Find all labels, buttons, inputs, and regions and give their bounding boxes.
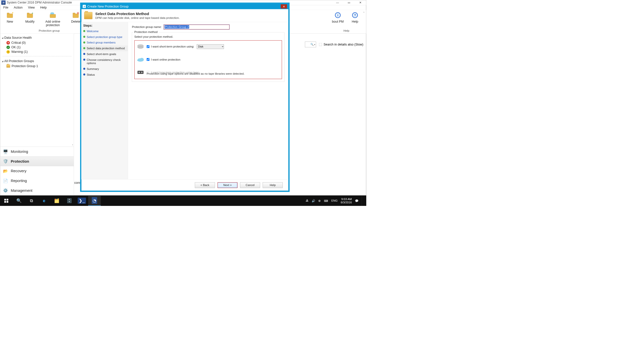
menu-help[interactable]: Help <box>38 5 48 10</box>
tray-language[interactable]: ENG <box>331 199 338 202</box>
menu-file[interactable]: File <box>2 5 10 10</box>
ie-icon: e <box>43 198 45 203</box>
health-warning-label: Warning (1) <box>11 50 28 54</box>
start-button[interactable] <box>0 195 13 206</box>
step-welcome[interactable]: Welcome <box>81 28 128 34</box>
group-name-input[interactable] <box>164 25 230 29</box>
ribbon-add-online-button[interactable]: Add online protection <box>41 11 64 29</box>
svg-point-27 <box>141 72 143 73</box>
svg-marker-2 <box>12 12 13 14</box>
protection-icon: 🛡️ <box>3 159 8 164</box>
tree-groups-header[interactable]: All Protection Groups <box>1 58 73 64</box>
taskbar-explorer[interactable]: 🗂️ <box>50 195 63 206</box>
disk-icon <box>137 43 144 50</box>
step-members[interactable]: Select group members <box>81 40 128 46</box>
main-close-button[interactable]: ✕ <box>355 0 366 5</box>
menu-view[interactable]: View <box>26 5 36 10</box>
online-cb-input[interactable] <box>147 58 149 61</box>
tray-keyboard-icon[interactable]: ⌨ <box>324 199 328 202</box>
short-term-checkbox[interactable]: I want short-term protection using: <box>147 45 194 48</box>
ribbon-modify-button[interactable]: + Modify <box>21 11 38 29</box>
search-details-label: Search in details also (Slow) <box>324 42 363 46</box>
ribbon-help-group-label: Help <box>343 29 349 33</box>
wizard-content: Protection group name: Protection Group … <box>128 22 288 179</box>
ribbon-add-online-label: Add online protection <box>41 20 64 27</box>
ribbon-collapse-chevron[interactable]: ˄ <box>363 11 366 33</box>
leftnav-collapse-chevron[interactable]: ‹ <box>0 143 74 147</box>
health-ok[interactable]: ✓ OK (1) <box>1 45 73 50</box>
next-button[interactable]: Next > <box>218 182 238 188</box>
dialog-titlebar: ◔ Create New Protection Group ✕ <box>81 4 289 9</box>
tray-clock[interactable]: 9:03 AM 8/3/2016 <box>341 197 352 204</box>
menu-action[interactable]: Action <box>12 5 24 10</box>
taskview-button[interactable]: ⧉ <box>25 195 38 206</box>
tray-volume-icon[interactable]: 🔊 <box>312 199 315 202</box>
protection-method-instr: Select your protection method. <box>134 35 282 38</box>
ribbon-modify-label: Modify <box>25 20 34 23</box>
wunder-recovery[interactable]: 📂 Recovery <box>0 166 74 176</box>
search-details-checkbox[interactable]: Search in details also (Slow) <box>319 42 363 46</box>
tree-group-1[interactable]: Protection Group 1 <box>1 64 73 68</box>
ribbon-new-button[interactable]: New <box>1 11 18 29</box>
server-icon: 🗄️ <box>67 198 72 203</box>
wunder-monitoring[interactable]: 🖥️ Monitoring <box>0 147 74 157</box>
app-icon: ◔ <box>1 1 6 5</box>
tray-network-icon[interactable]: 🖧 <box>306 199 308 202</box>
taskbar-powershell[interactable]: ❯_ <box>75 195 88 206</box>
taskbar-server-manager[interactable]: 🗄️ <box>63 195 75 206</box>
create-protection-group-dialog: ◔ Create New Protection Group ✕ Select D… <box>80 3 290 192</box>
svg-rect-7 <box>50 14 56 18</box>
taskview-icon: ⧉ <box>30 198 33 203</box>
online-checkbox[interactable]: I want online protection <box>147 58 180 61</box>
health-warning[interactable]: ! Warning (1) <box>1 50 73 54</box>
dialog-icon: ◔ <box>83 5 86 8</box>
svg-rect-1 <box>7 13 9 14</box>
main-minimize-button[interactable]: — <box>332 0 343 5</box>
dialog-header-subtitle: DPM can help provide disk, online and ta… <box>95 16 180 19</box>
dialog-header-icon <box>84 12 92 19</box>
wunderbar: 🖥️ Monitoring 🛡️ Protection 📂 Recovery 📄… <box>0 147 74 195</box>
svg-text:+: + <box>32 12 33 15</box>
dialog-close-button[interactable]: ✕ <box>281 4 287 9</box>
critical-icon: ✕ <box>7 41 10 44</box>
wunder-reporting[interactable]: 📄 Reporting <box>0 176 74 186</box>
tree-health-header[interactable]: Data Source Health <box>1 35 73 40</box>
taskbar-dpm[interactable]: ◔ <box>88 195 101 206</box>
group-name-label: Protection group name: <box>132 25 162 29</box>
wunder-protection[interactable]: 🛡️ Protection <box>0 156 74 166</box>
tray-time: 9:03 AM <box>341 197 352 201</box>
ribbon-about-button[interactable]: i bout PM <box>331 11 345 29</box>
powershell-icon: ❯_ <box>78 198 86 204</box>
search-details-cb-input[interactable] <box>319 43 322 46</box>
taskbar-ie[interactable]: e <box>38 195 50 206</box>
back-button[interactable]: < Back <box>195 182 215 188</box>
short-term-target-select[interactable]: Disk <box>197 44 224 49</box>
search-input[interactable]: 🔍▾ <box>305 42 316 48</box>
taskbar-search-button[interactable]: 🔍 <box>13 195 25 206</box>
wunder-management[interactable]: ⚙️ Management <box>0 186 74 195</box>
dialog-help-button[interactable]: Help <box>263 182 283 188</box>
svg-rect-31 <box>7 201 8 203</box>
ribbon-help-button[interactable]: ? Help <box>348 11 362 29</box>
tray-settings-icon[interactable]: ⚙ <box>318 199 321 202</box>
reporting-icon: 📄 <box>3 178 8 183</box>
cancel-button[interactable]: Cancel <box>240 182 260 188</box>
svg-rect-0 <box>7 14 13 18</box>
ok-icon: ✓ <box>7 46 10 49</box>
step-type[interactable]: Select protection group type <box>81 34 128 40</box>
short-term-label: I want short-term protection using: <box>151 45 194 48</box>
folder-cloud-icon <box>49 11 57 19</box>
cloud-icon <box>137 56 144 63</box>
svg-rect-25 <box>138 71 144 74</box>
management-icon: ⚙️ <box>3 188 8 193</box>
tray-action-center-icon[interactable]: 💬 <box>355 199 358 202</box>
left-nav: Data Source Health ✕ Critical (0) ✓ OK (… <box>0 34 74 195</box>
health-critical[interactable]: ✕ Critical (0) <box>1 40 73 45</box>
explorer-icon: 🗂️ <box>54 198 59 203</box>
svg-point-21 <box>138 46 143 49</box>
main-maximize-button[interactable]: ▭ <box>343 0 355 5</box>
step-method[interactable]: Select data protection method <box>81 46 128 51</box>
dialog-header: Select Data Protection Method DPM can he… <box>81 9 289 22</box>
short-term-cb-input[interactable] <box>147 45 149 48</box>
show-desktop-button[interactable] <box>362 195 364 206</box>
